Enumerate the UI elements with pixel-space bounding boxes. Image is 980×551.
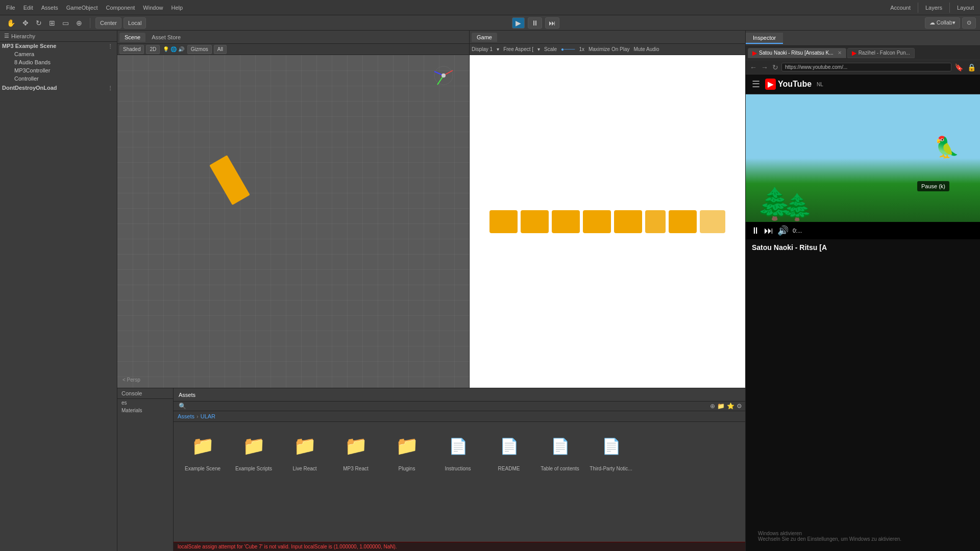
aspect-dropdown-icon: ▾ xyxy=(537,46,540,52)
scale-tool[interactable]: ⊞ xyxy=(46,18,58,28)
asset-example-scene[interactable]: 📁 Example Scene xyxy=(180,428,226,471)
tab-game[interactable]: Game xyxy=(472,33,497,42)
nav-back[interactable]: ← xyxy=(749,63,758,71)
yt-next-button[interactable]: ⏭ xyxy=(764,226,773,236)
pause-button[interactable]: ⏸ xyxy=(528,17,542,29)
play-button[interactable]: ▶ xyxy=(512,17,525,29)
tab-scene[interactable]: Scene xyxy=(119,33,145,42)
scale-slider[interactable]: ●─── xyxy=(561,46,575,52)
hierarchy-item-controller[interactable]: Controller xyxy=(0,74,117,83)
asset-label-example-scene: Example Scene xyxy=(185,466,220,471)
search-icon: 🔍 xyxy=(179,403,186,410)
windows-watermark: Windows aktivierenWechseln Sie zu den Ei… xyxy=(752,527,908,546)
hand-tool[interactable]: ✋ xyxy=(4,18,18,28)
asset-plugins[interactable]: 📁 Plugins xyxy=(384,428,430,471)
nav-bookmark[interactable]: 🔖 xyxy=(953,63,964,71)
divider1 xyxy=(918,3,918,13)
gizmos-button[interactable]: Gizmos xyxy=(187,45,212,54)
gameobject-menu[interactable]: GameObject xyxy=(63,4,101,12)
layout-button[interactable]: Layout xyxy=(954,4,977,12)
error-message: localScale assign attempt for 'Cube 7' i… xyxy=(178,544,397,549)
left-item-materials[interactable]: Materials xyxy=(117,407,173,414)
game-block-3 xyxy=(552,210,580,233)
star-filter-button[interactable]: ⭐ xyxy=(727,403,734,410)
assets-menu[interactable]: Assets xyxy=(38,4,61,12)
hierarchy-item-mp3controller[interactable]: MP3Controller xyxy=(0,66,117,74)
console-side-panel: Console es Materials Models Prefabs Asse… xyxy=(117,388,174,551)
tab-assets[interactable]: Assets xyxy=(176,391,199,399)
hierarchy-item-audiobands[interactable]: 8 Audio Bands xyxy=(0,58,117,66)
console-tab[interactable]: Console xyxy=(117,388,173,399)
right-area: Inspector ▶ Satou Naoki - Ritsu [Ansatsu… xyxy=(745,31,980,551)
yt-pause-button[interactable]: ⏸ xyxy=(751,226,760,236)
combined-tool[interactable]: ⊕ xyxy=(74,18,85,28)
scene-root[interactable]: MP3 Example Scene ⋮ xyxy=(0,42,117,50)
asset-live-react[interactable]: 📁 Live React xyxy=(282,428,328,471)
hierarchy-tab[interactable]: ☰ Hierarchy xyxy=(0,31,117,42)
hamburger-icon[interactable]: ☰ xyxy=(752,79,760,90)
asset-label-toc: Table of contents xyxy=(541,466,579,471)
browser-tab-2[interactable]: ▶ Razihel - Falcon Pun... xyxy=(847,48,915,58)
asset-third-party[interactable]: 📄 Third-Party Notic... xyxy=(588,428,634,471)
layers-button[interactable]: Layers xyxy=(922,4,945,12)
services-button[interactable]: ⊙ xyxy=(962,17,976,29)
pivot-tools: Center Local xyxy=(95,17,146,29)
all-button[interactable]: All xyxy=(214,45,227,54)
transform-tools: ✋ ✥ ↻ ⊞ ▭ ⊕ xyxy=(4,18,85,28)
collab-button[interactable]: ☁ Collab▾ xyxy=(925,17,960,29)
help-menu[interactable]: Help xyxy=(168,4,186,12)
breadcrumb-root[interactable]: Assets xyxy=(178,413,194,419)
step-button[interactable]: ⏭ xyxy=(545,17,559,29)
asset-instructions[interactable]: 📄 Instructions xyxy=(435,428,481,471)
file-menu[interactable]: File xyxy=(3,4,18,12)
folder-view-button[interactable]: 📁 xyxy=(717,403,725,410)
file-icon-readme: 📄 xyxy=(491,428,527,464)
display-label: Display 1 xyxy=(472,46,493,52)
hierarchy-item-camera[interactable]: Camera xyxy=(0,50,117,58)
assets-panel: Assets 🔍 ⊕ 📁 ⭐ ⚙ Assets › ULAR xyxy=(174,388,745,551)
toolbar-divider1 xyxy=(90,18,90,28)
file-menu-section: File Edit Assets GameObject Component Wi… xyxy=(0,4,189,12)
asset-label-third-party: Third-Party Notic... xyxy=(590,466,632,471)
nav-forward[interactable]: → xyxy=(760,63,769,71)
nav-refresh[interactable]: ↻ xyxy=(771,63,779,71)
center-button[interactable]: Center xyxy=(95,17,121,29)
component-menu[interactable]: Component xyxy=(103,4,138,12)
browser-tab-1-close[interactable]: ✕ xyxy=(838,50,842,56)
tab-inspector[interactable]: Inspector xyxy=(746,33,783,44)
window-menu[interactable]: Window xyxy=(140,4,166,12)
browser-area: ▶ Satou Naoki - Ritsu [Ansatsu K... ✕ ▶ … xyxy=(746,46,980,551)
asset-example-scripts[interactable]: 📁 Example Scripts xyxy=(231,428,277,471)
shading-dropdown[interactable]: Shaded xyxy=(119,45,144,54)
asset-readme[interactable]: 📄 README xyxy=(486,428,532,471)
scale-value: 1x xyxy=(579,46,584,52)
tab-asset-store[interactable]: Asset Store xyxy=(146,33,186,42)
settings-button[interactable]: ⚙ xyxy=(737,403,742,410)
mode-button[interactable]: 2D xyxy=(146,45,160,54)
asset-mp3-react[interactable]: 📁 MP3 React xyxy=(333,428,379,471)
left-item-es[interactable]: es xyxy=(117,399,173,407)
hierarchy-item-dontdestroy[interactable]: DontDestroyOnLoad ⋮ xyxy=(0,84,117,92)
rotate-tool[interactable]: ↻ xyxy=(33,18,44,28)
youtube-icon: ▶ xyxy=(765,79,776,90)
account-button[interactable]: Account xyxy=(887,4,914,12)
tree-icon-right: 🌲 xyxy=(781,192,813,222)
game-block-2 xyxy=(521,210,549,233)
rect-tool[interactable]: ▭ xyxy=(60,18,71,28)
nav-lock[interactable]: 🔒 xyxy=(966,63,977,71)
browser-tab-1[interactable]: ▶ Satou Naoki - Ritsu [Ansatsu K... ✕ xyxy=(748,48,846,58)
console-tab-label: Console xyxy=(121,390,142,396)
local-button[interactable]: Local xyxy=(124,17,146,29)
folder-icon-live-react: 📁 xyxy=(287,428,323,464)
yt-volume-button[interactable]: 🔊 xyxy=(777,225,789,236)
youtube-logo[interactable]: ▶ YouTube xyxy=(765,79,812,90)
scene-canvas[interactable]: < Persp xyxy=(117,55,469,388)
yt-video-thumbnail[interactable]: 🌲 🌲 🦜 Pause (k) xyxy=(746,94,980,222)
edit-menu[interactable]: Edit xyxy=(20,4,36,12)
breadcrumb-folder[interactable]: ULAR xyxy=(201,413,215,419)
yt-video-controls: ⏸ ⏭ 🔊 0:... xyxy=(746,222,980,239)
create-button[interactable]: ⊕ xyxy=(710,403,715,410)
asset-toc[interactable]: 📄 Table of contents xyxy=(537,428,583,471)
move-tool[interactable]: ✥ xyxy=(20,18,31,28)
address-bar[interactable] xyxy=(781,63,951,71)
